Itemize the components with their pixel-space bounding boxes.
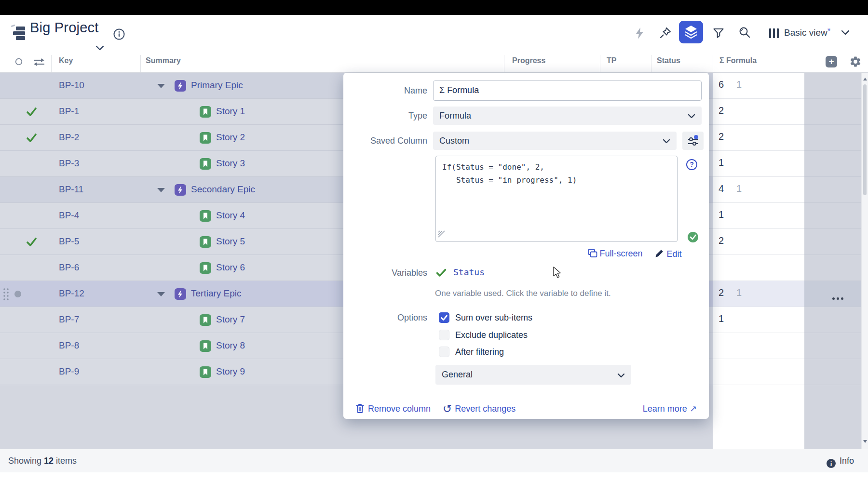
layers-button[interactable]: [679, 21, 703, 43]
swap-arrows-icon[interactable]: [33, 58, 45, 66]
edit-link[interactable]: Edit: [654, 248, 681, 260]
formula-cell[interactable]: 1: [713, 151, 804, 177]
learn-more-link[interactable]: Learn more ↗: [643, 402, 697, 415]
variable-defined-check-icon: [436, 268, 447, 277]
view-chevron-down-icon[interactable]: [841, 30, 850, 36]
formula-cell[interactable]: 6 1: [713, 73, 804, 99]
formula-cell[interactable]: 4 1: [713, 177, 804, 203]
collapse-triangle-icon[interactable]: [157, 84, 165, 88]
issue-summary[interactable]: Story 3: [216, 158, 245, 169]
column-header-status[interactable]: Status: [657, 56, 680, 65]
column-header-summary[interactable]: Summary: [146, 56, 181, 65]
column-header-tp[interactable]: TP: [607, 56, 616, 65]
issue-summary[interactable]: Story 2: [216, 132, 245, 143]
view-selector[interactable]: Basic view*: [784, 27, 830, 38]
issue-key[interactable]: BP-5: [59, 236, 79, 247]
layers-icon: [684, 25, 698, 40]
formula-cell[interactable]: 1: [713, 307, 804, 333]
formula-cell[interactable]: [713, 333, 804, 359]
scope-select[interactable]: General: [435, 365, 631, 385]
table-header: Key Summary Progress TP Status Σ Formula…: [0, 51, 868, 73]
name-input[interactable]: Σ Formula: [433, 80, 702, 101]
badge-dot: [694, 135, 698, 139]
formula-cell[interactable]: 2 1: [713, 281, 804, 307]
issue-summary[interactable]: Story 7: [216, 314, 245, 325]
search-icon[interactable]: [739, 27, 751, 40]
issue-summary[interactable]: Secondary Epic: [191, 184, 255, 195]
gear-icon[interactable]: [849, 55, 862, 68]
story-icon: [200, 158, 211, 170]
info-icon[interactable]: [113, 28, 125, 40]
issue-summary[interactable]: Primary Epic: [191, 80, 243, 91]
collapse-triangle-icon[interactable]: [157, 292, 165, 296]
issue-key[interactable]: BP-4: [59, 210, 79, 221]
issue-key[interactable]: BP-8: [59, 340, 79, 351]
saved-column-select[interactable]: Custom: [433, 132, 677, 150]
trash-icon: [355, 403, 365, 414]
formula-cell[interactable]: 1: [713, 203, 804, 229]
column-settings-button[interactable]: [682, 132, 704, 150]
done-check-icon: [26, 107, 38, 117]
issue-summary[interactable]: Story 1: [216, 106, 245, 117]
issue-key[interactable]: BP-6: [59, 262, 79, 273]
vertical-scrollbar[interactable]: [861, 73, 868, 449]
issue-summary[interactable]: Story 8: [216, 340, 245, 351]
option-label[interactable]: Exclude duplicates: [455, 330, 528, 340]
issue-key[interactable]: BP-1: [59, 106, 79, 117]
variable-status-link[interactable]: Status: [453, 267, 485, 277]
checkbox-exclude-duplicates[interactable]: [439, 330, 449, 340]
done-check-icon: [26, 237, 38, 247]
issue-key[interactable]: BP-11: [59, 184, 83, 195]
column-header-formula[interactable]: Σ Formula: [719, 56, 757, 65]
issue-summary[interactable]: Story 4: [216, 210, 245, 221]
column-header-progress[interactable]: Progress: [512, 56, 545, 65]
info-button[interactable]: iInfo: [827, 449, 854, 472]
type-select[interactable]: Formula: [433, 107, 702, 125]
formula-editor[interactable]: If(Status = "done", 2, Status = "in prog…: [435, 156, 678, 242]
option-label[interactable]: Sum over sub-items: [455, 312, 532, 323]
resize-grip-icon[interactable]: [438, 230, 447, 239]
formula-cell[interactable]: 2: [713, 125, 804, 151]
issue-key[interactable]: BP-7: [59, 314, 79, 325]
issue-summary[interactable]: Story 9: [216, 366, 245, 377]
option-label[interactable]: After filtering: [455, 347, 504, 357]
issue-summary[interactable]: Story 6: [216, 262, 245, 273]
sliders-icon: [687, 135, 699, 147]
pin-icon[interactable]: [659, 27, 672, 40]
row-menu-button[interactable]: [832, 293, 845, 302]
scroll-up-icon[interactable]: [863, 78, 867, 80]
issue-summary[interactable]: Tertiary Epic: [191, 288, 242, 299]
add-column-button[interactable]: +: [826, 56, 837, 67]
chevron-down-icon: [688, 114, 695, 119]
formula-cell[interactable]: [713, 255, 804, 281]
scroll-down-icon[interactable]: [863, 440, 867, 443]
formula-cell[interactable]: 2: [713, 99, 804, 125]
scrollbar-thumb[interactable]: [863, 84, 867, 195]
issue-key[interactable]: BP-3: [59, 158, 79, 169]
issue-key[interactable]: BP-9: [59, 366, 79, 377]
issue-key[interactable]: BP-12: [59, 288, 84, 299]
column-header-key[interactable]: Key: [59, 56, 73, 65]
story-icon: [200, 340, 211, 352]
issue-summary[interactable]: Story 5: [216, 236, 245, 247]
checkbox-sum-over-subitems[interactable]: [439, 312, 449, 323]
collapse-triangle-icon[interactable]: [157, 188, 165, 192]
title-chevron-down-icon[interactable]: [95, 45, 104, 51]
revert-changes-link[interactable]: ↺Revert changes: [443, 402, 515, 415]
issue-key[interactable]: BP-2: [59, 132, 79, 143]
fullscreen-link[interactable]: Full-screen: [587, 248, 642, 260]
columns-icon[interactable]: [769, 28, 780, 39]
drag-handle-icon[interactable]: [3, 288, 10, 300]
filter-icon[interactable]: [713, 28, 724, 39]
help-icon[interactable]: ?: [686, 159, 697, 170]
done-check-icon: [26, 133, 38, 143]
story-icon: [200, 366, 211, 378]
progress-circle-icon[interactable]: [15, 58, 23, 66]
formula-cell[interactable]: 2: [713, 229, 804, 255]
status-dot-icon: [14, 291, 21, 297]
formula-cell[interactable]: [713, 359, 804, 385]
lightning-icon[interactable]: [635, 27, 645, 40]
remove-column-link[interactable]: Remove column: [355, 402, 431, 415]
issue-key[interactable]: BP-10: [59, 80, 84, 91]
checkbox-after-filtering[interactable]: [439, 347, 449, 357]
